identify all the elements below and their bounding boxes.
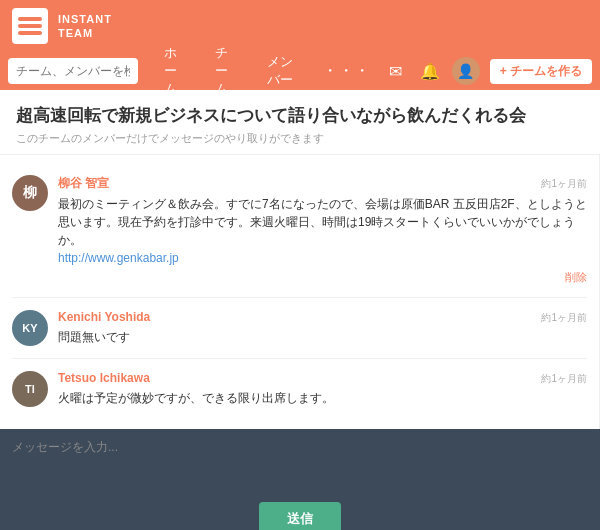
create-team-button[interactable]: + チームを作る	[490, 59, 592, 84]
message-link[interactable]: http://www.genkabar.jp	[58, 251, 587, 265]
svg-rect-2	[18, 31, 42, 35]
messages-container[interactable]: 柳 柳谷 智宣 約1ヶ月前 最初のミーティング＆飲み会。すでに7名になったので、…	[0, 155, 600, 429]
message-body: 柳谷 智宣 約1ヶ月前 最初のミーティング＆飲み会。すでに7名になったので、会場…	[58, 175, 587, 285]
delete-button[interactable]: 削除	[565, 270, 587, 285]
logo-bar: INSTANT TEAM	[0, 0, 600, 52]
main-layout: 柳 柳谷 智宣 約1ヶ月前 最初のミーティング＆飲み会。すでに7名になったので、…	[0, 155, 600, 530]
message-time: 約1ヶ月前	[541, 177, 587, 191]
send-button[interactable]: 送信	[259, 502, 341, 530]
table-row: KY Kenichi Yoshida 約1ヶ月前 問題無いです	[0, 302, 599, 354]
logo-text: INSTANT TEAM	[58, 12, 112, 41]
logo-icon	[12, 8, 48, 44]
avatar: KY	[12, 310, 48, 346]
search-input[interactable]	[8, 58, 138, 84]
bell-icon[interactable]: 🔔	[418, 59, 442, 83]
nav-home[interactable]: ホーム	[150, 52, 201, 90]
page-subtitle: このチームのメンバーだけでメッセージのやり取りができます	[16, 131, 584, 146]
avatar: 柳	[12, 175, 48, 211]
message-header: Kenichi Yoshida 約1ヶ月前	[58, 310, 587, 325]
message-header: 柳谷 智宣 約1ヶ月前	[58, 175, 587, 192]
message-author: 柳谷 智宣	[58, 175, 109, 192]
svg-rect-0	[18, 17, 42, 21]
message-author: Kenichi Yoshida	[58, 310, 150, 324]
nav-links: ホーム チーム メンバー ・・・	[150, 52, 380, 90]
message-input[interactable]	[12, 439, 588, 489]
avatar: TI	[12, 371, 48, 407]
message-author: Tetsuo Ichikawa	[58, 371, 150, 385]
message-text: 問題無いです	[58, 328, 587, 346]
delete-area: 削除	[58, 269, 587, 285]
page-title-area: 超高速回転で新規ビジネスについて語り合いながら飲んだくれる会 このチームのメンバ…	[0, 90, 600, 155]
message-body: Tetsuo Ichikawa 約1ヶ月前 火曜は予定が微妙ですが、できる限り出…	[58, 371, 587, 407]
table-row: 柳 柳谷 智宣 約1ヶ月前 最初のミーティング＆飲み会。すでに7名になったので、…	[0, 167, 599, 293]
table-row: TI Tetsuo Ichikawa 約1ヶ月前 火曜は予定が微妙ですが、できる…	[0, 363, 599, 415]
message-text: 最初のミーティング＆飲み会。すでに7名になったので、会場は原価BAR 五反田店2…	[58, 195, 587, 249]
user-avatar[interactable]: 👤	[452, 57, 480, 85]
nav-members[interactable]: メンバー	[253, 52, 312, 90]
nav-team[interactable]: チーム	[201, 52, 252, 90]
chat-area: 柳 柳谷 智宣 約1ヶ月前 最初のミーティング＆飲み会。すでに7名になったので、…	[0, 155, 600, 530]
message-body: Kenichi Yoshida 約1ヶ月前 問題無いです	[58, 310, 587, 346]
nav-right: ✉ 🔔 👤 + チームを作る	[384, 57, 592, 85]
nav-bar: ホーム チーム メンバー ・・・ ✉ 🔔 👤 + チームを作る	[0, 52, 600, 90]
svg-rect-1	[18, 24, 42, 28]
page-title: 超高速回転で新規ビジネスについて語り合いながら飲んだくれる会	[16, 104, 584, 127]
message-time: 約1ヶ月前	[541, 372, 587, 386]
message-divider	[12, 358, 587, 359]
message-header: Tetsuo Ichikawa 約1ヶ月前	[58, 371, 587, 386]
nav-more[interactable]: ・・・	[312, 52, 380, 90]
send-row: 送信	[0, 502, 600, 530]
envelope-icon[interactable]: ✉	[384, 59, 408, 83]
message-time: 約1ヶ月前	[541, 311, 587, 325]
input-area	[0, 429, 600, 502]
message-text: 火曜は予定が微妙ですが、できる限り出席します。	[58, 389, 587, 407]
message-divider	[12, 297, 587, 298]
